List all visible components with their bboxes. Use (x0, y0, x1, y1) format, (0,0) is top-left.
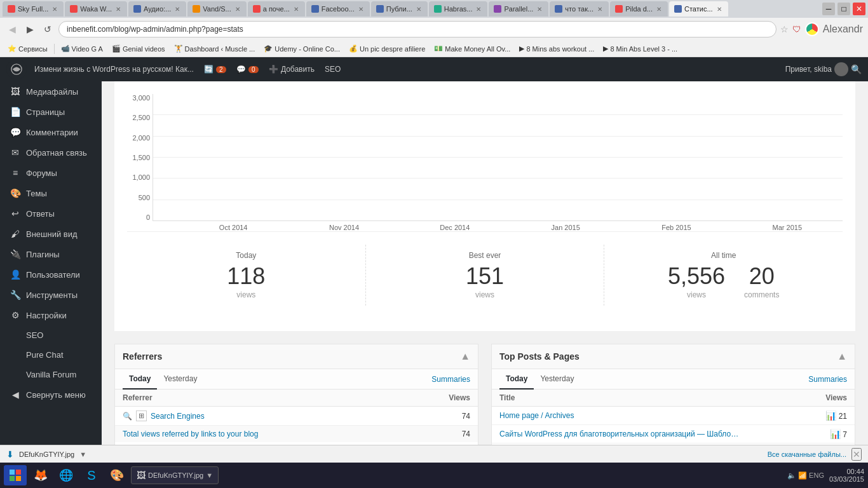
sidebar-item-appearance[interactable]: 🖌 Внешний вид (0, 224, 102, 244)
sidebar-item-purechat[interactable]: Pure Chat (0, 345, 102, 365)
sidebar-item-collapse[interactable]: ◀ Свернуть меню (0, 384, 102, 405)
top-posts-summaries-link[interactable]: Summaries (808, 375, 847, 384)
browser-chrome: Sky Full... ✕ Waka W... ✕ Аудио:... ✕ Va… (0, 0, 868, 81)
search-engine-cell: 🔍 ⊞ Search Engines (123, 410, 399, 421)
bookmark-udemy[interactable]: 🎓 Udemy - Online Co... (261, 44, 342, 53)
tab-favicon (434, 5, 442, 13)
sidebar-item-vanillaforum[interactable]: Vanilla Forum (0, 365, 102, 384)
wp-comments[interactable]: 💬 0 (231, 57, 264, 81)
bookmark-makemoney[interactable]: 💵 Make Money All Ov... (431, 44, 513, 53)
address-input[interactable] (58, 21, 776, 37)
sidebar-item-themes[interactable]: 🎨 Темы (0, 183, 102, 203)
close-button[interactable]: ✕ (853, 3, 865, 15)
bar-chart-icon: 📊 (830, 429, 841, 439)
top-post-link[interactable]: Сайты WordPress для благотворительных ор… (499, 430, 741, 438)
taskbar-skype[interactable]: S (80, 465, 103, 470)
tab-close[interactable]: ✕ (292, 5, 300, 13)
maximize-button[interactable]: □ (837, 3, 850, 15)
plugins-icon: 🔌 (10, 249, 21, 259)
chrome-menu-icon[interactable] (805, 22, 819, 36)
tab-publi[interactable]: Публи... ✕ (371, 1, 428, 17)
svg-rect-2 (16, 470, 21, 470)
bookmark-8mins[interactable]: ▶ 8 Mins abs workout ... (517, 44, 597, 53)
sidebar-item-plugins[interactable]: 🔌 Плагины (0, 244, 102, 264)
bookmark-8min-abs[interactable]: ▶ 8 Min Abs Level 3 - ... (600, 44, 680, 53)
bookmark-genial[interactable]: 🎬 Genial videos (109, 44, 168, 53)
sidebar-item-pages[interactable]: 📄 Страницы (0, 102, 102, 122)
wp-seo[interactable]: SEO (320, 57, 346, 81)
sidebar-item-settings[interactable]: ⚙ Настройки (0, 305, 102, 325)
tab-close[interactable]: ✕ (596, 5, 604, 13)
wp-site-name[interactable]: Измени жизнь с WordPress на русском! Как… (29, 57, 199, 81)
referrers-tab-yesterday[interactable]: Yesterday (157, 369, 203, 390)
tab-close[interactable]: ✕ (173, 5, 181, 13)
tab-audio[interactable]: Аудио:... ✕ (128, 1, 186, 17)
sidebar-item-answers[interactable]: ↩ Ответы (0, 203, 102, 224)
bookmark-star-button[interactable]: ☆ (780, 24, 789, 34)
tab-chto[interactable]: что так... ✕ (550, 1, 609, 17)
wp-logo[interactable] (6, 59, 27, 79)
top-posts-collapse-button[interactable]: ▲ (837, 351, 847, 362)
top-posts-tab-today[interactable]: Today (499, 369, 534, 390)
tab-stats[interactable]: Статис... ✕ (669, 1, 728, 17)
bookmark-servisy[interactable]: ⭐ Сервисы (5, 44, 50, 53)
tab-sky[interactable]: Sky Full... ✕ (3, 1, 64, 17)
tab-facebook[interactable]: Faceboo... ✕ (306, 1, 370, 17)
taskbar-file-item[interactable]: 🖼 DEfuKnGTYIY.jpg ▼ (131, 466, 219, 470)
sidebar-item-comments[interactable]: 💬 Комментарии (0, 122, 102, 142)
sidebar-item-media[interactable]: 🖼 Медиафайлы (0, 81, 102, 102)
wp-updates-icon: 🔄 (204, 65, 214, 74)
top-post-link[interactable]: Home page / Archives (499, 411, 741, 420)
total-views-link[interactable]: Total views referred by links to your bl… (123, 430, 258, 438)
tab-close[interactable]: ✕ (415, 5, 423, 13)
referrers-summaries-link[interactable]: Summaries (431, 375, 470, 384)
bookmark-videoga[interactable]: 📹 Video G A (58, 44, 105, 53)
stat-today-label: Today (140, 251, 353, 260)
sidebar-item-forums[interactable]: ≡ Форумы (0, 163, 102, 183)
referrers-tab-today[interactable]: Today (123, 369, 157, 390)
bookmark-afiliere[interactable]: 💰 Un pic despre afiliere (346, 44, 428, 53)
bookmark-dashboard[interactable]: 🏋 Dashboard ‹ Muscle ... (172, 44, 258, 53)
wp-add-new[interactable]: ➕ Добавить (264, 57, 320, 81)
tab-close[interactable]: ✕ (114, 5, 122, 13)
back-button[interactable]: ◀ (5, 22, 19, 36)
tab-mail[interactable]: а поче... ✕ (248, 1, 305, 17)
tab-habr[interactable]: Habras... ✕ (429, 1, 488, 17)
tab-close[interactable]: ✕ (51, 5, 58, 13)
all-downloads-link[interactable]: Все скачанные файлы... (768, 451, 846, 458)
sidebar-item-tools[interactable]: 🔧 Инструменты (0, 285, 102, 305)
sidebar-item-feedback[interactable]: ✉ Обратная связь (0, 142, 102, 163)
sidebar-item-seo[interactable]: SEO (0, 325, 102, 345)
search-engine-link[interactable]: Search Engines (151, 412, 205, 421)
taskbar-chrome[interactable]: 🌐 (55, 465, 78, 470)
security-button[interactable]: 🛡 (792, 24, 801, 34)
refresh-button[interactable]: ↺ (41, 22, 55, 36)
tab-close[interactable]: ✕ (357, 5, 365, 13)
wp-search-icon[interactable]: 🔍 (851, 64, 862, 74)
tab-parallel[interactable]: Parallel... ✕ (489, 1, 548, 17)
download-arrow-icon[interactable]: ▼ (79, 451, 86, 458)
download-bar-close-button[interactable]: ✕ (851, 448, 862, 461)
tab-close[interactable]: ✕ (536, 5, 543, 13)
se-expand-icon[interactable]: ⊞ (136, 410, 147, 421)
start-button[interactable] (4, 465, 27, 470)
tab-waka[interactable]: Waka W... ✕ (65, 1, 127, 17)
top-posts-tab-yesterday[interactable]: Yesterday (534, 369, 580, 390)
minimize-button[interactable]: ─ (822, 3, 835, 15)
tab-close[interactable]: ✕ (475, 5, 482, 13)
wp-updates[interactable]: 🔄 2 (199, 57, 231, 81)
tab-close[interactable]: ✕ (234, 5, 241, 13)
sidebar-item-users[interactable]: 👤 Пользователи (0, 264, 102, 285)
wp-avatar[interactable] (834, 62, 848, 76)
tab-favicon (193, 5, 200, 13)
tab-close[interactable]: ✕ (655, 5, 663, 13)
tab-close[interactable]: ✕ (715, 5, 723, 13)
taskbar-paint[interactable]: 🎨 (105, 465, 128, 470)
referrers-collapse-button[interactable]: ▲ (460, 351, 470, 362)
forward-button[interactable]: ▶ (23, 22, 37, 36)
tab-vand[interactable]: Vand/S... ✕ (187, 1, 246, 17)
tab-pilda[interactable]: Pilda d... ✕ (610, 1, 668, 17)
col-title: Title (492, 390, 810, 407)
taskbar-firefox[interactable]: 🦊 (29, 465, 52, 470)
user-icon[interactable]: Alexandr (823, 24, 863, 35)
